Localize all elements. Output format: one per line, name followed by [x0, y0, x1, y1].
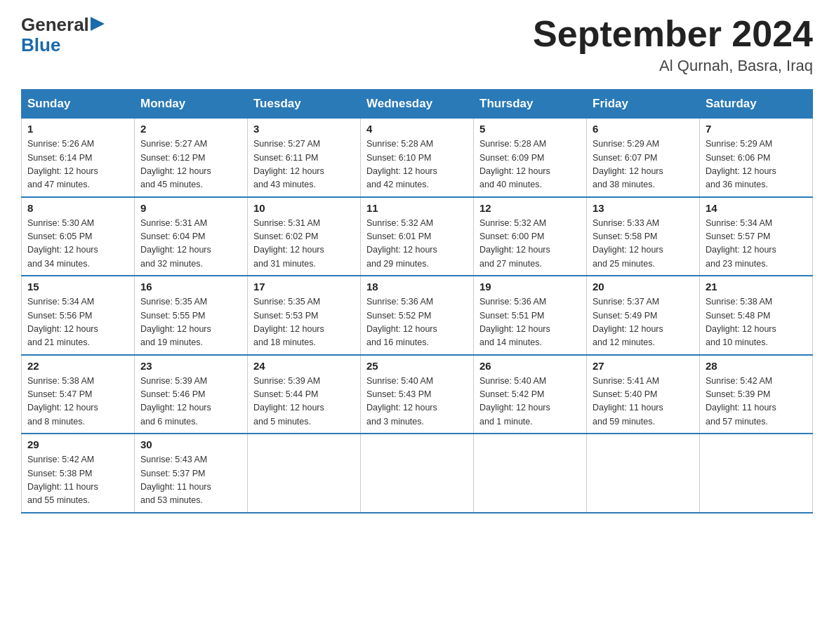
day-number: 1: [27, 123, 128, 135]
day-info: Sunrise: 5:39 AMSunset: 5:44 PMDaylight:…: [253, 375, 355, 429]
calendar-cell: [361, 434, 474, 513]
col-wednesday: Wednesday: [361, 90, 474, 119]
logo-text-general: General: [21, 14, 89, 36]
day-info: Sunrise: 5:40 AMSunset: 5:42 PMDaylight:…: [479, 375, 581, 429]
day-number: 21: [706, 281, 807, 293]
day-number: 25: [366, 360, 468, 372]
day-info: Sunrise: 5:39 AMSunset: 5:46 PMDaylight:…: [140, 375, 241, 429]
calendar-cell: [474, 434, 587, 513]
day-info: Sunrise: 5:27 AMSunset: 6:11 PMDaylight:…: [253, 137, 355, 192]
title-area: September 2024 Al Qurnah, Basra, Iraq: [533, 14, 813, 75]
day-number: 24: [253, 360, 355, 372]
day-info: Sunrise: 5:29 AMSunset: 6:07 PMDaylight:…: [593, 137, 694, 192]
calendar-subtitle: Al Qurnah, Basra, Iraq: [533, 57, 813, 75]
day-info: Sunrise: 5:28 AMSunset: 6:09 PMDaylight:…: [479, 137, 581, 192]
day-number: 22: [27, 360, 128, 372]
logo-text-blue: Blue: [21, 36, 105, 54]
day-info: Sunrise: 5:36 AMSunset: 5:52 PMDaylight:…: [366, 295, 468, 350]
day-number: 10: [253, 202, 355, 214]
calendar-cell: 1Sunrise: 5:26 AMSunset: 6:14 PMDaylight…: [22, 119, 135, 197]
calendar-cell: 28Sunrise: 5:42 AMSunset: 5:39 PMDayligh…: [700, 355, 813, 434]
calendar-week-row: 8Sunrise: 5:30 AMSunset: 6:05 PMDaylight…: [22, 197, 813, 276]
day-number: 11: [366, 202, 468, 214]
day-info: Sunrise: 5:28 AMSunset: 6:10 PMDaylight:…: [366, 137, 468, 192]
calendar-cell: 23Sunrise: 5:39 AMSunset: 5:46 PMDayligh…: [135, 355, 248, 434]
calendar-cell: 17Sunrise: 5:35 AMSunset: 5:53 PMDayligh…: [248, 276, 361, 355]
day-number: 27: [593, 360, 694, 372]
calendar-cell: 14Sunrise: 5:34 AMSunset: 5:57 PMDayligh…: [700, 197, 813, 276]
calendar-cell: 2Sunrise: 5:27 AMSunset: 6:12 PMDaylight…: [135, 119, 248, 197]
day-number: 8: [27, 202, 128, 214]
calendar-cell: 22Sunrise: 5:38 AMSunset: 5:47 PMDayligh…: [22, 355, 135, 434]
day-info: Sunrise: 5:40 AMSunset: 5:43 PMDaylight:…: [366, 375, 468, 429]
day-info: Sunrise: 5:33 AMSunset: 5:58 PMDaylight:…: [593, 217, 694, 271]
day-info: Sunrise: 5:42 AMSunset: 5:39 PMDaylight:…: [706, 375, 807, 429]
calendar-week-row: 1Sunrise: 5:26 AMSunset: 6:14 PMDaylight…: [22, 119, 813, 197]
col-sunday: Sunday: [22, 90, 135, 119]
logo-triangle-icon: [91, 17, 105, 31]
calendar-cell: 10Sunrise: 5:31 AMSunset: 6:02 PMDayligh…: [248, 197, 361, 276]
day-number: 26: [479, 360, 581, 372]
calendar-cell: 26Sunrise: 5:40 AMSunset: 5:42 PMDayligh…: [474, 355, 587, 434]
day-info: Sunrise: 5:42 AMSunset: 5:38 PMDaylight:…: [27, 453, 128, 508]
day-info: Sunrise: 5:34 AMSunset: 5:57 PMDaylight:…: [706, 217, 807, 271]
day-number: 29: [27, 438, 128, 450]
day-info: Sunrise: 5:35 AMSunset: 5:53 PMDaylight:…: [253, 295, 355, 350]
calendar-header: Sunday Monday Tuesday Wednesday Thursday…: [22, 90, 813, 119]
day-number: 28: [706, 360, 807, 372]
calendar-table: Sunday Monday Tuesday Wednesday Thursday…: [21, 89, 813, 514]
day-info: Sunrise: 5:37 AMSunset: 5:49 PMDaylight:…: [593, 295, 694, 350]
calendar-cell: 18Sunrise: 5:36 AMSunset: 5:52 PMDayligh…: [361, 276, 474, 355]
svg-marker-0: [91, 17, 105, 31]
col-friday: Friday: [587, 90, 700, 119]
calendar-cell: 6Sunrise: 5:29 AMSunset: 6:07 PMDaylight…: [587, 119, 700, 197]
calendar-cell: 4Sunrise: 5:28 AMSunset: 6:10 PMDaylight…: [361, 119, 474, 197]
day-number: 3: [253, 123, 355, 135]
calendar-body: 1Sunrise: 5:26 AMSunset: 6:14 PMDaylight…: [22, 119, 813, 513]
calendar-cell: 20Sunrise: 5:37 AMSunset: 5:49 PMDayligh…: [587, 276, 700, 355]
day-info: Sunrise: 5:34 AMSunset: 5:56 PMDaylight:…: [27, 295, 128, 350]
calendar-cell: 7Sunrise: 5:29 AMSunset: 6:06 PMDaylight…: [700, 119, 813, 197]
calendar-cell: 21Sunrise: 5:38 AMSunset: 5:48 PMDayligh…: [700, 276, 813, 355]
calendar-cell: [587, 434, 700, 513]
calendar-cell: 19Sunrise: 5:36 AMSunset: 5:51 PMDayligh…: [474, 276, 587, 355]
calendar-cell: [700, 434, 813, 513]
day-number: 13: [593, 202, 694, 214]
day-info: Sunrise: 5:26 AMSunset: 6:14 PMDaylight:…: [27, 137, 128, 192]
col-thursday: Thursday: [474, 90, 587, 119]
header-row: Sunday Monday Tuesday Wednesday Thursday…: [22, 90, 813, 119]
calendar-cell: 13Sunrise: 5:33 AMSunset: 5:58 PMDayligh…: [587, 197, 700, 276]
day-number: 15: [27, 281, 128, 293]
calendar-cell: [248, 434, 361, 513]
day-number: 7: [706, 123, 807, 135]
day-info: Sunrise: 5:32 AMSunset: 6:00 PMDaylight:…: [479, 217, 581, 271]
col-tuesday: Tuesday: [248, 90, 361, 119]
day-number: 9: [140, 202, 241, 214]
calendar-cell: 3Sunrise: 5:27 AMSunset: 6:11 PMDaylight…: [248, 119, 361, 197]
day-number: 23: [140, 360, 241, 372]
calendar-cell: 29Sunrise: 5:42 AMSunset: 5:38 PMDayligh…: [22, 434, 135, 513]
day-number: 2: [140, 123, 241, 135]
day-number: 20: [593, 281, 694, 293]
col-saturday: Saturday: [700, 90, 813, 119]
day-number: 12: [479, 202, 581, 214]
day-info: Sunrise: 5:30 AMSunset: 6:05 PMDaylight:…: [27, 217, 128, 271]
calendar-cell: 12Sunrise: 5:32 AMSunset: 6:00 PMDayligh…: [474, 197, 587, 276]
calendar-cell: 11Sunrise: 5:32 AMSunset: 6:01 PMDayligh…: [361, 197, 474, 276]
day-info: Sunrise: 5:29 AMSunset: 6:06 PMDaylight:…: [706, 137, 807, 192]
day-number: 18: [366, 281, 468, 293]
page-header: General Blue September 2024 Al Qurnah, B…: [21, 14, 813, 75]
day-info: Sunrise: 5:31 AMSunset: 6:02 PMDaylight:…: [253, 217, 355, 271]
calendar-cell: 5Sunrise: 5:28 AMSunset: 6:09 PMDaylight…: [474, 119, 587, 197]
day-number: 19: [479, 281, 581, 293]
calendar-cell: 9Sunrise: 5:31 AMSunset: 6:04 PMDaylight…: [135, 197, 248, 276]
day-number: 4: [366, 123, 468, 135]
day-number: 30: [140, 438, 241, 450]
calendar-cell: 27Sunrise: 5:41 AMSunset: 5:40 PMDayligh…: [587, 355, 700, 434]
col-monday: Monday: [135, 90, 248, 119]
day-info: Sunrise: 5:36 AMSunset: 5:51 PMDaylight:…: [479, 295, 581, 350]
calendar-cell: 25Sunrise: 5:40 AMSunset: 5:43 PMDayligh…: [361, 355, 474, 434]
day-number: 5: [479, 123, 581, 135]
calendar-cell: 8Sunrise: 5:30 AMSunset: 6:05 PMDaylight…: [22, 197, 135, 276]
calendar-title: September 2024: [533, 14, 813, 54]
